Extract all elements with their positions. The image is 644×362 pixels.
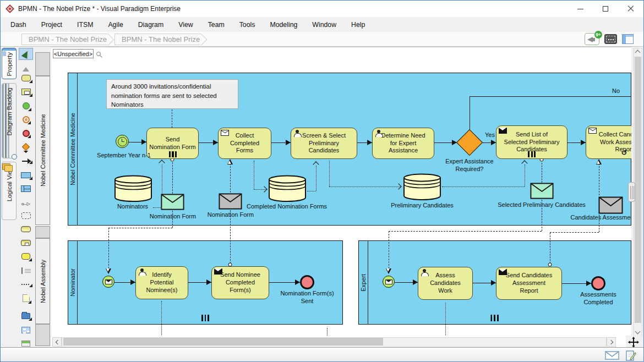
association-tool[interactable] <box>19 196 33 209</box>
horizontal-scrollbar[interactable] <box>52 337 616 347</box>
data-object-tool[interactable] <box>19 292 33 304</box>
tab-logical-view[interactable]: Logical View <box>2 162 17 220</box>
diagram-overview-tool[interactable] <box>19 324 33 336</box>
text-annotation-tool[interactable] <box>19 265 33 277</box>
menu-item[interactable]: Tools <box>239 21 255 29</box>
dotted-connector-tool[interactable] <box>19 278 33 290</box>
menu-item[interactable]: Project <box>41 21 62 29</box>
panel-layout-icon[interactable] <box>622 34 634 44</box>
task-identify-potential-nominees[interactable]: Identify Potential Nominee(s) <box>135 266 188 299</box>
menu-item[interactable]: View <box>178 21 193 29</box>
flow-marker <box>130 279 135 285</box>
flow-line <box>550 232 599 233</box>
flow-line <box>172 109 172 128</box>
end-event-nomination-forms-sent[interactable] <box>300 275 314 289</box>
panel-splitter-grip[interactable] <box>628 182 635 202</box>
message-selected-preliminary-candidates[interactable] <box>530 183 554 199</box>
group-tool[interactable] <box>19 210 33 222</box>
edit-document-icon[interactable] <box>625 350 636 362</box>
task-screen-select-preliminary-candidates[interactable]: Screen & Select Preliminary Candidates <box>291 128 357 159</box>
task-send-candidates-assessment-report[interactable]: Send Candidates Assessment Report <box>496 267 562 300</box>
diagram-canvas[interactable]: <Unspecified> Nobel Committee MedicineNo… <box>1 47 631 336</box>
diagram-label: Candidates Assessment <box>563 213 631 221</box>
task-marker-icon <box>169 151 177 157</box>
menu-item[interactable]: ITSM <box>77 21 93 29</box>
zoom-level-combo[interactable]: <Unspecified> <box>53 49 94 58</box>
pool-header[interactable]: Expert <box>359 241 368 324</box>
maximize-button[interactable] <box>593 1 618 17</box>
menu-item[interactable]: Window <box>312 21 336 29</box>
diagram-label: No <box>608 87 624 95</box>
stencil-tool-icon <box>21 172 31 178</box>
end-event-assessments-completed[interactable] <box>591 276 605 290</box>
pool-strip-tab-nobel-assembly[interactable]: Nobel Assembly <box>35 238 50 324</box>
side-tab-label: Property <box>6 52 13 76</box>
menu-item[interactable]: Dash <box>10 21 26 29</box>
cursor-tool[interactable] <box>19 48 33 60</box>
sequence-flow-tool[interactable] <box>19 155 33 167</box>
datastore-preliminary-candidates[interactable] <box>402 173 442 200</box>
message-nomination-form[interactable] <box>161 194 184 210</box>
close-button[interactable] <box>618 1 643 17</box>
gateway-tool[interactable] <box>19 141 33 153</box>
task-send-list-of-selected-preliminary-candidates[interactable]: Send List of Selected Preliminary Candid… <box>496 125 567 159</box>
scroll-left-button[interactable] <box>52 337 62 347</box>
message-candidates-assessment[interactable] <box>598 196 623 214</box>
message-start-event-expert[interactable] <box>383 276 395 288</box>
search-icon[interactable] <box>96 52 101 56</box>
menu-item[interactable]: Agile <box>108 21 123 29</box>
menu-item[interactable]: Team <box>208 21 225 29</box>
tab-diagram-backlog[interactable]: Diagram Backlog <box>2 83 17 158</box>
vertical-scrollbar-thumb[interactable] <box>635 57 641 323</box>
menu-item[interactable]: Help <box>351 21 365 29</box>
task-type-icon <box>421 269 429 275</box>
subprocess-tool[interactable] <box>19 86 33 98</box>
flow-marker <box>206 279 211 285</box>
horizontal-scrollbar-thumb[interactable] <box>63 338 383 345</box>
notifications-megaphone-icon[interactable]: 9+ <box>585 33 599 45</box>
pool-name: Nominator <box>69 268 76 297</box>
lane-tool[interactable] <box>19 183 33 195</box>
task-collect-completed-forms[interactable]: Collect Completed Forms <box>218 128 271 159</box>
model-folder-tool[interactable] <box>19 310 33 322</box>
message-start-event-nominator[interactable] <box>102 276 114 288</box>
scroll-right-arrow-icon <box>609 340 613 344</box>
breadcrumb-item[interactable]: BPMN - The Nobel Prize <box>114 34 201 45</box>
pool-header[interactable]: Nobel Committee Medicine <box>68 73 78 225</box>
sub-choreography-tool[interactable] <box>19 237 33 249</box>
call-activity-tool[interactable] <box>19 250 33 262</box>
diagram-label: Nomination Form <box>140 212 206 220</box>
breadcrumb-bar: BPMN - The Nobel PrizeBPMN - The Nobel P… <box>1 32 643 47</box>
start-event-tool[interactable] <box>19 100 33 112</box>
task-send-nominee-completed-forms[interactable]: Send Nominee Completed Form(s) <box>211 266 269 299</box>
menu-item[interactable]: Modeling <box>270 21 297 29</box>
minimize-button[interactable] <box>567 1 593 17</box>
end-event-tool[interactable] <box>19 127 33 139</box>
task-type-icon <box>588 128 597 134</box>
scroll-right-button[interactable] <box>607 337 616 347</box>
fit-selection-icon[interactable] <box>604 34 617 44</box>
flow-marker <box>491 140 496 145</box>
diagram-label: Expert Assistance Required? <box>434 157 505 173</box>
datastore-nominators[interactable] <box>113 174 153 202</box>
pool-strip-tab-nobel-committee-medicine[interactable]: Nobel Committee Medicine <box>35 76 50 225</box>
text-annotation[interactable]: Around 3000 invitations/confidential nom… <box>106 79 238 109</box>
tab-property[interactable]: Property <box>2 48 17 79</box>
timer-start-event[interactable] <box>116 135 129 148</box>
choreography-task-tool[interactable] <box>19 223 33 235</box>
pool-header[interactable]: Nominator <box>68 241 78 324</box>
message-nomination-form-returned[interactable] <box>219 193 242 210</box>
mail-icon[interactable] <box>605 350 619 362</box>
datastore-completed-nomination-forms[interactable] <box>268 174 307 202</box>
task-determine-need-for-expert-assistance[interactable]: Determine Need for Expert Assistance <box>372 128 434 159</box>
intermediate-event-tool[interactable] <box>19 113 33 125</box>
task-collect-candidates-work-assessment-report[interactable]: Collect Candidates Work Assessment Repor… <box>586 125 631 159</box>
task-tool[interactable] <box>19 72 33 84</box>
menu-item[interactable]: Diagram <box>138 21 163 29</box>
flow-marker <box>596 159 602 164</box>
breadcrumb-item[interactable]: BPMN - The Nobel Prize <box>21 34 108 45</box>
diagram-label: Nominators <box>105 202 160 210</box>
task-assess-candidates-work[interactable]: Assess Candidates Work <box>418 267 473 300</box>
diagram-label: Yes <box>482 131 498 139</box>
pool-tool[interactable] <box>19 169 33 181</box>
